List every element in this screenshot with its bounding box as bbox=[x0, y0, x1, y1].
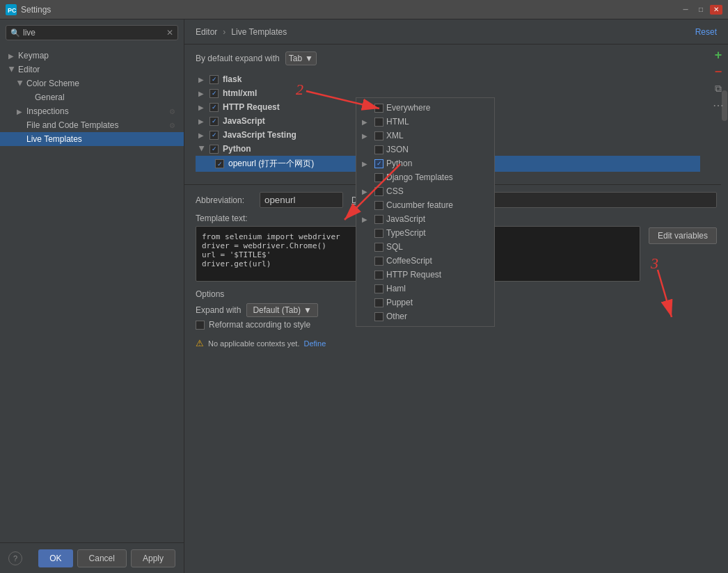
ctx-python[interactable]: ▶ Python bbox=[356, 156, 494, 170]
python-checkbox[interactable] bbox=[209, 145, 219, 154]
flask-checkbox[interactable] bbox=[209, 75, 219, 84]
other-checkbox[interactable] bbox=[374, 312, 383, 321]
apply-button[interactable]: Apply bbox=[131, 549, 175, 567]
json-checkbox[interactable] bbox=[374, 145, 383, 154]
ctx-typescript[interactable]: TypeScript bbox=[356, 226, 494, 240]
ctx-other[interactable]: Other bbox=[356, 309, 494, 323]
remove-icon[interactable]: − bbox=[711, 64, 726, 79]
expand-with-label2: Expand with bbox=[196, 305, 241, 315]
ctx-puppet[interactable]: Puppet bbox=[356, 296, 494, 309]
ctx-label: HTML bbox=[386, 117, 409, 127]
ctx-arrow-icon: ▶ bbox=[362, 132, 372, 140]
cucumber-checkbox[interactable] bbox=[374, 201, 383, 210]
everywhere-checkbox[interactable] bbox=[374, 104, 383, 113]
xml-checkbox[interactable] bbox=[374, 131, 383, 140]
reset-link[interactable]: Reset bbox=[695, 27, 717, 37]
html-xml-checkbox[interactable] bbox=[209, 89, 219, 98]
coffee-checkbox[interactable] bbox=[374, 257, 383, 266]
define-link[interactable]: Define bbox=[303, 339, 326, 348]
ctx-javascript[interactable]: ▶ JavaScript bbox=[356, 212, 494, 226]
js-testing-checkbox[interactable] bbox=[209, 131, 219, 140]
js-ctx-checkbox[interactable] bbox=[374, 215, 383, 224]
ts-checkbox[interactable] bbox=[374, 229, 383, 238]
python-ctx-checkbox[interactable] bbox=[374, 159, 383, 168]
expand-arrow: ▶ bbox=[198, 145, 206, 152]
ctx-xml[interactable]: ▶ XML bbox=[356, 129, 494, 143]
copy-icon[interactable]: ⧉ bbox=[711, 81, 726, 96]
minimize-button[interactable]: ─ bbox=[679, 5, 692, 15]
expand-arrow: ▶ bbox=[198, 118, 205, 125]
css-checkbox[interactable] bbox=[374, 187, 383, 196]
ctx-arrow-icon: ▶ bbox=[362, 118, 372, 126]
window-title: Settings bbox=[21, 5, 679, 15]
ctx-django[interactable]: Django Templates bbox=[356, 170, 494, 184]
group-name: JavaScript bbox=[223, 116, 265, 126]
tab-select[interactable]: Tab ▼ bbox=[285, 51, 317, 65]
http-ctx-checkbox[interactable] bbox=[374, 271, 383, 280]
subitem-checkbox[interactable] bbox=[215, 159, 224, 168]
applicable-section: ⚠ No applicable contexts yet. Define Eve… bbox=[196, 334, 717, 353]
django-checkbox[interactable] bbox=[374, 173, 383, 182]
svg-text:PC: PC bbox=[8, 7, 17, 14]
html-checkbox[interactable] bbox=[374, 118, 383, 127]
sidebar-item-general[interactable]: ▶ General bbox=[0, 90, 184, 104]
add-icon[interactable]: + bbox=[711, 47, 726, 63]
abbreviation-input[interactable] bbox=[260, 192, 343, 208]
arrow-icon: ▶ bbox=[17, 80, 24, 87]
sidebar-item-inspections[interactable]: ▶ Inspections ⚙ bbox=[0, 104, 184, 118]
ctx-haml[interactable]: Haml bbox=[356, 282, 494, 296]
expand-arrow: ▶ bbox=[198, 90, 205, 97]
more-icon[interactable]: ⋯ bbox=[711, 97, 726, 113]
ctx-coffeescript[interactable]: CoffeeScript bbox=[356, 254, 494, 268]
reformat-checkbox[interactable] bbox=[196, 321, 205, 330]
ctx-html[interactable]: ▶ HTML bbox=[356, 115, 494, 129]
breadcrumb-separator: › bbox=[223, 27, 225, 37]
help-button[interactable]: ? bbox=[8, 551, 22, 565]
right-panel: Editor › Live Templates Reset + − ⧉ ⋯ By… bbox=[184, 19, 728, 573]
reformat-label: Reformat according to style bbox=[209, 320, 310, 330]
maximize-button[interactable]: □ bbox=[695, 5, 707, 15]
js-checkbox[interactable] bbox=[209, 117, 219, 126]
ctx-css[interactable]: ▶ CSS bbox=[356, 184, 494, 198]
group-flask[interactable]: ▶ flask bbox=[196, 72, 700, 86]
sidebar-item-label: General bbox=[35, 92, 65, 102]
ctx-label: CoffeeScript bbox=[386, 256, 432, 266]
ctx-arrow-icon: ▶ bbox=[362, 160, 372, 168]
ctx-label: Everywhere bbox=[386, 103, 430, 113]
settings-icon: ⚙ bbox=[169, 108, 175, 115]
ctx-everywhere[interactable]: Everywhere bbox=[356, 101, 494, 115]
no-context-text: No applicable contexts yet. bbox=[208, 339, 299, 348]
edit-variables-button[interactable]: Edit variables bbox=[649, 227, 717, 244]
sidebar-item-live-templates[interactable]: ▶ Live Templates bbox=[0, 132, 184, 146]
sidebar-item-keymap[interactable]: ▶ Keymap bbox=[0, 49, 184, 63]
sidebar-item-label: Live Templates bbox=[26, 134, 82, 144]
settings-icon2: ⚙ bbox=[169, 122, 175, 129]
close-button[interactable]: ✕ bbox=[710, 5, 722, 15]
ctx-label: Puppet bbox=[386, 298, 413, 307]
search-clear-icon[interactable]: ✕ bbox=[166, 28, 173, 38]
sidebar-item-file-code-templates[interactable]: ▶ File and Code Templates ⚙ bbox=[0, 118, 184, 132]
haml-checkbox[interactable] bbox=[374, 284, 383, 293]
search-input[interactable] bbox=[23, 28, 166, 38]
ctx-http[interactable]: HTTP Request bbox=[356, 268, 494, 282]
ctx-cucumber[interactable]: Cucumber feature bbox=[356, 198, 494, 212]
puppet-checkbox[interactable] bbox=[374, 298, 383, 307]
expand-arrow: ▶ bbox=[198, 131, 205, 139]
sidebar-item-label: Color Scheme bbox=[26, 79, 79, 88]
sidebar-item-editor[interactable]: ▶ Editor bbox=[0, 63, 184, 76]
sidebar-item-label: File and Code Templates bbox=[26, 120, 119, 130]
ctx-label: Cucumber feature bbox=[386, 200, 453, 210]
ok-button[interactable]: OK bbox=[38, 549, 72, 567]
ctx-json[interactable]: JSON bbox=[356, 143, 494, 156]
cancel-button[interactable]: Cancel bbox=[77, 549, 127, 567]
ctx-label: Other bbox=[386, 312, 407, 321]
sidebar-item-color-scheme[interactable]: ▶ Color Scheme bbox=[0, 76, 184, 90]
group-name: Python bbox=[223, 144, 251, 154]
sql-checkbox[interactable] bbox=[374, 243, 383, 252]
expand-with-select[interactable]: Default (Tab) ▼ bbox=[246, 303, 318, 317]
http-checkbox[interactable] bbox=[209, 103, 219, 112]
ctx-label: SQL bbox=[386, 242, 403, 252]
search-bar[interactable]: 🔍 ✕ bbox=[6, 25, 178, 40]
title-bar: PC Settings ─ □ ✕ bbox=[0, 0, 728, 19]
ctx-sql[interactable]: SQL bbox=[356, 240, 494, 254]
